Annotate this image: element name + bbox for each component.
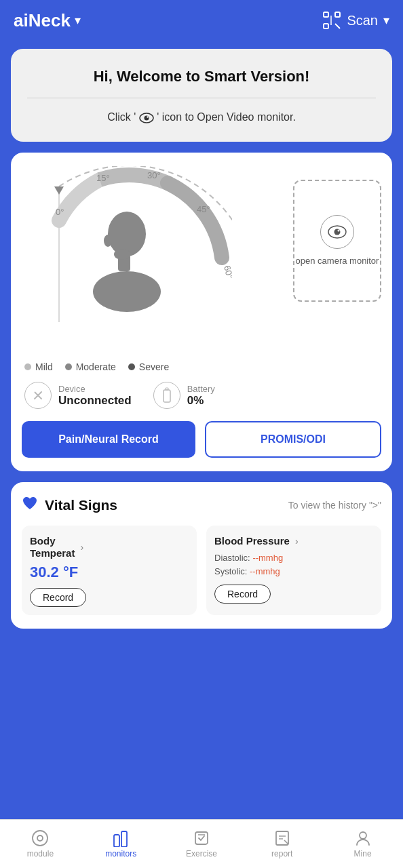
vitals-grid: BodyTemperat › 30.2 °F Record Blood Pres… [22, 526, 381, 615]
heart-icon [22, 496, 38, 515]
exercise-icon [193, 829, 210, 847]
systolic-value: --mmhg [250, 566, 280, 576]
posture-gauge: 0° 15° 30° 45° 60° [22, 166, 232, 342]
device-info: Device Unconnected [58, 384, 132, 408]
welcome-divider [27, 98, 376, 98]
header-right[interactable]: Scan ▾ [322, 11, 389, 30]
report-icon [273, 829, 291, 847]
nav-item-exercise[interactable]: Exercise [181, 829, 222, 859]
bp-record-button[interactable]: Record [214, 585, 271, 604]
nav-label-report: report [271, 849, 292, 859]
device-value: Unconnected [58, 394, 132, 408]
nav-item-mine[interactable]: Mine [343, 829, 383, 859]
svg-line-3 [335, 24, 340, 28]
vitals-card: Vital Signs To view the history ">" Body… [11, 482, 392, 629]
legend-moderate: Moderate [65, 361, 116, 372]
battery-label: Battery [187, 384, 215, 394]
battery-icon [153, 382, 180, 409]
svg-point-22 [338, 229, 340, 231]
app-dropdown-chevron[interactable]: ▾ [75, 13, 81, 28]
main-content: Hi, Welcome to Smart Version! Click ' ' … [0, 41, 403, 694]
legend-mild: Mild [24, 361, 53, 372]
nav-item-module[interactable]: module [20, 829, 60, 859]
moderate-dot [65, 363, 72, 370]
vitals-title-row: Vital Signs [22, 496, 117, 515]
eye-icon-inline [139, 111, 154, 125]
svg-rect-23 [164, 390, 170, 402]
promis-odi-button[interactable]: PROMIS/ODI [205, 421, 381, 458]
svg-point-6 [144, 116, 149, 121]
svg-point-14 [108, 212, 146, 256]
posture-legend: Mild Moderate Severe [22, 361, 381, 372]
mine-icon [354, 829, 372, 847]
svg-rect-1 [335, 12, 340, 17]
severe-dot [128, 363, 135, 370]
nav-label-module: module [27, 849, 54, 859]
bottom-nav: module monitors Exercise report [0, 819, 403, 868]
svg-point-21 [334, 229, 341, 235]
open-camera-monitor-button[interactable]: open camera monitor [293, 180, 381, 302]
device-battery-row: Device Unconnected Battery 0% [22, 382, 381, 409]
svg-point-34 [360, 832, 366, 839]
battery-info: Battery 0% [187, 384, 215, 408]
temp-name-row: BodyTemperat › [30, 535, 189, 559]
svg-point-26 [37, 835, 43, 841]
systolic-label: Systolic: [214, 566, 247, 576]
bp-values: Diastolic: --mmhg Systolic: --mmhg [214, 551, 373, 578]
header: aiNeck ▾ Scan ▾ [0, 0, 403, 41]
svg-point-25 [33, 831, 47, 846]
svg-point-17 [93, 271, 161, 312]
posture-card: 0° 15° 30° 45° 60° [11, 153, 392, 471]
svg-text:0°: 0° [56, 207, 64, 217]
nav-item-monitors[interactable]: monitors [100, 829, 141, 859]
bp-chevron[interactable]: › [295, 536, 299, 547]
welcome-description: Click ' ' icon to Open Video monitor. [27, 111, 376, 125]
vitals-history-link[interactable]: To view the history ">" [288, 500, 381, 511]
welcome-title: Hi, Welcome to Smart Version! [27, 68, 376, 85]
svg-rect-29 [195, 832, 208, 844]
temp-record-button[interactable]: Record [30, 588, 86, 607]
monitors-icon [112, 829, 130, 847]
severe-label: Severe [139, 361, 169, 372]
svg-text:45°: 45° [197, 204, 210, 214]
mild-dot [24, 363, 31, 370]
battery-item: Battery 0% [153, 382, 215, 409]
diastolic-value: --mmhg [252, 553, 283, 563]
moderate-label: Moderate [76, 361, 116, 372]
svg-point-15 [104, 235, 112, 247]
svg-text:30°: 30° [147, 170, 161, 180]
scan-label[interactable]: Scan [347, 13, 378, 28]
bp-name-row: Blood Pressure › [214, 535, 373, 547]
svg-rect-24 [166, 388, 168, 390]
svg-text:15°: 15° [96, 173, 110, 183]
scan-dropdown-chevron[interactable]: ▾ [383, 13, 389, 28]
temp-chevron[interactable]: › [80, 542, 83, 553]
scan-icon [322, 11, 341, 30]
pain-neural-record-button[interactable]: Pain/Neural Record [22, 421, 195, 458]
diastolic-label: Diastolic: [214, 553, 250, 563]
blood-pressure-vital-item: Blood Pressure › Diastolic: --mmhg Systo… [206, 526, 381, 615]
mild-label: Mild [35, 361, 53, 372]
nav-label-monitors: monitors [105, 849, 136, 859]
device-item: Device Unconnected [24, 382, 132, 409]
nav-label-mine: Mine [354, 849, 372, 859]
battery-value: 0% [187, 394, 215, 408]
svg-point-18 [114, 249, 130, 260]
app-title-area[interactable]: aiNeck ▾ [14, 10, 81, 31]
camera-monitor-label: open camera monitor [296, 256, 379, 267]
app-title: aiNeck [14, 10, 71, 31]
vitals-title: Vital Signs [45, 497, 117, 513]
welcome-desc-prefix: Click ' [107, 111, 136, 123]
temp-name: BodyTemperat [30, 535, 75, 559]
bluetooth-icon [24, 382, 52, 409]
legend-severe: Severe [128, 361, 169, 372]
svg-rect-27 [114, 835, 119, 847]
gauge-area: 0° 15° 30° 45° 60° [22, 166, 232, 356]
camera-eye-icon [320, 215, 354, 249]
vitals-header: Vital Signs To view the history ">" [22, 496, 381, 515]
nav-item-report[interactable]: report [262, 829, 303, 859]
svg-rect-2 [324, 24, 328, 28]
bp-name: Blood Pressure [214, 535, 290, 547]
welcome-desc-suffix: ' icon to Open Video monitor. [157, 111, 296, 123]
welcome-card: Hi, Welcome to Smart Version! Click ' ' … [11, 49, 392, 142]
